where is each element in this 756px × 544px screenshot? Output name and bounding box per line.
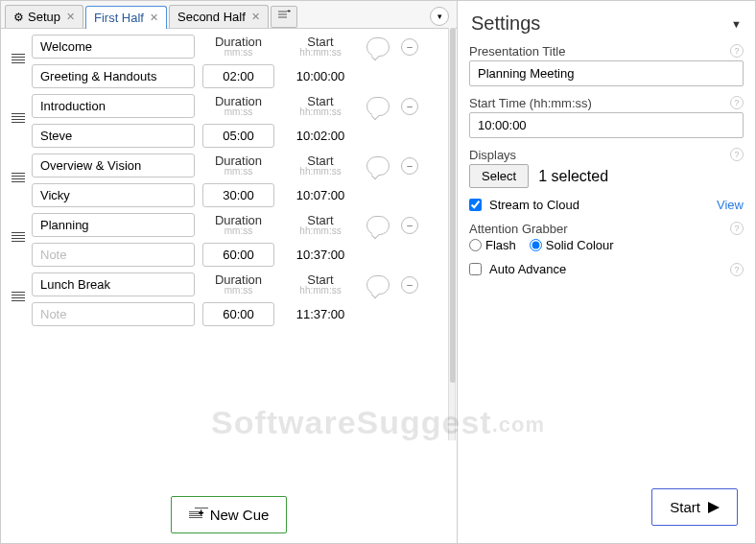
tab-label: Setup — [28, 10, 60, 24]
cue-title-input[interactable]: Planning — [32, 213, 195, 237]
displays-label: Displays — [469, 148, 516, 162]
attention-label: Attention Grabber — [469, 222, 568, 236]
solid-radio-label[interactable]: Solid Colour — [530, 238, 614, 252]
cue-row: Planning Duration mm:ss Start hh:mm:ss –… — [11, 213, 447, 267]
help-icon[interactable]: ? — [730, 222, 744, 235]
start-subheader: hh:mm:ss — [282, 47, 359, 58]
tab-setup[interactable]: ⚙ Setup ✕ — [5, 5, 83, 28]
collapse-cue-button[interactable]: – — [401, 38, 418, 56]
start-time-label: Start Time (hh:mm:ss) — [469, 96, 592, 110]
drag-handle-icon[interactable] — [11, 154, 26, 182]
cue-duration-input[interactable]: 30:00 — [202, 183, 274, 207]
cue-duration-input[interactable]: 60:00 — [202, 243, 274, 267]
add-tab-button[interactable]: + — [271, 6, 297, 28]
drag-handle-icon[interactable] — [11, 94, 26, 123]
start-subheader: hh:mm:ss — [282, 225, 359, 236]
collapse-cue-button[interactable]: – — [401, 98, 418, 115]
flash-radio[interactable] — [469, 239, 482, 251]
cue-duration-input[interactable]: 05:00 — [202, 124, 274, 148]
collapse-cue-button[interactable]: – — [401, 217, 418, 234]
title-label: Presentation Title — [469, 44, 565, 59]
duration-subheader: mm:ss — [202, 285, 274, 296]
tab-label: Second Half — [177, 10, 246, 24]
auto-advance-checkbox[interactable] — [469, 263, 482, 275]
cue-start-value: 10:07:00 — [282, 184, 359, 206]
close-icon[interactable]: ✕ — [66, 11, 75, 23]
cue-title-input[interactable]: Welcome — [32, 35, 195, 59]
cue-start-value: 10:02:00 — [282, 125, 359, 147]
cue-subtitle-input[interactable]: Note — [32, 243, 195, 267]
cue-title-input[interactable]: Introduction — [32, 94, 195, 118]
help-icon[interactable]: ? — [730, 148, 744, 161]
help-icon[interactable]: ? — [730, 96, 744, 109]
start-subheader: hh:mm:ss — [282, 166, 359, 177]
svg-text:+: + — [287, 10, 291, 14]
duration-subheader: mm:ss — [202, 47, 274, 58]
close-icon[interactable]: ✕ — [150, 12, 158, 24]
flash-radio-label[interactable]: Flash — [469, 238, 516, 252]
tab-first-half[interactable]: First Half ✕ — [85, 6, 167, 29]
duration-subheader: mm:ss — [202, 225, 274, 236]
cue-row: Lunch Break Duration mm:ss Start hh:mm:s… — [11, 272, 447, 326]
cue-start-value: 11:37:00 — [282, 303, 359, 325]
view-link[interactable]: View — [717, 198, 744, 212]
settings-heading: Settings — [471, 12, 540, 35]
cue-subtitle-input[interactable]: Greeting & Handouts — [32, 64, 195, 88]
start-subheader: hh:mm:ss — [282, 285, 359, 296]
drag-handle-icon[interactable] — [11, 213, 26, 242]
gear-icon: ⚙ — [13, 11, 24, 24]
tab-second-half[interactable]: Second Half ✕ — [169, 5, 269, 28]
add-list-icon: + — [277, 10, 291, 21]
start-subheader: hh:mm:ss — [282, 106, 359, 117]
cue-subtitle-input[interactable]: Vicky — [32, 183, 195, 207]
drag-handle-icon[interactable] — [11, 35, 26, 63]
cue-list: Welcome Duration mm:ss Start hh:mm:ss – … — [1, 29, 457, 486]
cue-row: Introduction Duration mm:ss Start hh:mm:… — [11, 94, 447, 148]
play-icon — [708, 502, 720, 513]
comment-icon[interactable] — [366, 37, 390, 57]
new-cue-icon: + — [189, 511, 202, 518]
scrollbar[interactable] — [448, 28, 456, 440]
duration-subheader: mm:ss — [202, 106, 274, 117]
auto-advance-label: Auto Advance — [489, 262, 566, 276]
comment-icon[interactable] — [366, 216, 390, 235]
displays-count: 1 selected — [538, 168, 608, 185]
button-label: New Cue — [210, 507, 270, 523]
cue-start-value: 10:00:00 — [282, 65, 359, 87]
cue-subtitle-input[interactable]: Steve — [32, 124, 195, 148]
select-displays-button[interactable]: Select — [469, 164, 529, 188]
duration-subheader: mm:ss — [202, 166, 274, 177]
collapse-cue-button[interactable]: – — [401, 276, 418, 294]
button-label: Start — [670, 499, 700, 515]
stream-to-cloud-checkbox[interactable] — [469, 199, 482, 211]
solid-radio[interactable] — [530, 239, 542, 251]
collapse-cue-button[interactable]: – — [401, 157, 418, 175]
comment-icon[interactable] — [366, 97, 390, 116]
cue-duration-input[interactable]: 02:00 — [202, 64, 274, 88]
tab-label: First Half — [94, 11, 144, 25]
help-icon[interactable]: ? — [730, 44, 744, 58]
presentation-title-input[interactable] — [469, 60, 744, 86]
collapse-icon[interactable]: ▼ — [731, 18, 742, 30]
settings-panel: Settings ▼ Presentation Title ? Start Ti… — [458, 1, 755, 543]
cue-duration-input[interactable]: 60:00 — [202, 302, 274, 326]
comment-icon[interactable] — [366, 156, 390, 176]
cue-subtitle-input[interactable]: Note — [32, 302, 195, 326]
new-cue-button[interactable]: + New Cue — [171, 496, 288, 533]
stream-label: Stream to Cloud — [489, 198, 579, 212]
close-icon[interactable]: ✕ — [251, 11, 260, 23]
scrollbar-thumb[interactable] — [450, 28, 456, 383]
cue-row: Welcome Duration mm:ss Start hh:mm:ss – … — [11, 35, 447, 88]
help-icon[interactable]: ? — [730, 263, 744, 276]
comment-icon[interactable] — [366, 275, 390, 295]
cue-title-input[interactable]: Overview & Vision — [32, 154, 195, 177]
cue-title-input[interactable]: Lunch Break — [32, 272, 195, 296]
cue-row: Overview & Vision Duration mm:ss Start h… — [11, 154, 447, 207]
tab-bar: ⚙ Setup ✕ First Half ✕ Second Half ✕ + — [1, 1, 457, 29]
start-button[interactable]: Start — [651, 488, 738, 526]
drag-handle-icon[interactable] — [11, 272, 26, 301]
tab-dropdown[interactable]: ▾ — [430, 7, 449, 26]
start-time-input[interactable] — [469, 112, 744, 138]
cue-start-value: 10:37:00 — [282, 244, 359, 266]
